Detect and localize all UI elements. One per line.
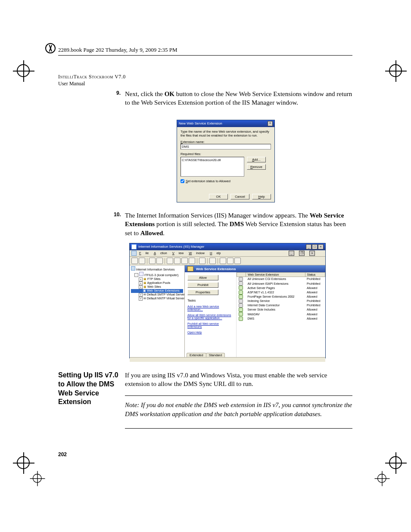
ok-button[interactable]: OK — [209, 194, 228, 199]
menu-bar[interactable]: File Action View Window Help _❐× — [130, 250, 325, 257]
note-rule-bottom — [125, 428, 352, 429]
table-row[interactable]: Server Side IncludesAllowed — [237, 308, 325, 312]
tab-extended[interactable]: Extended — [187, 353, 206, 357]
pause-icon[interactable] — [234, 258, 241, 264]
book-header-text: 2289.book Page 202 Thursday, July 9, 200… — [58, 47, 177, 53]
refresh-icon[interactable] — [181, 258, 188, 264]
properties-button[interactable]: Properties — [187, 289, 218, 295]
toolbar[interactable] — [130, 257, 325, 265]
toolbar-separator — [218, 258, 218, 264]
cell-status: Prohibited — [305, 303, 325, 308]
help-button[interactable]: Help — [252, 194, 271, 199]
set-status-checkbox-input[interactable] — [181, 179, 184, 183]
cell-extension-name: FrontPage Server Extensions 2002 — [246, 295, 305, 299]
close-icon[interactable]: × — [268, 121, 273, 126]
minimize-icon[interactable]: _ — [306, 244, 311, 249]
table-row[interactable]: Active Server PagesAllowed — [237, 286, 325, 290]
export-icon[interactable] — [189, 258, 195, 264]
step-9-number: 9. — [116, 90, 121, 96]
status-icon — [239, 303, 243, 308]
menu-help[interactable]: Help — [210, 251, 221, 255]
tree-web[interactable]: +▣ Web Sites — [131, 285, 183, 289]
link-add-extension[interactable]: Add a new Web service extension... — [187, 305, 234, 311]
close-icon[interactable]: × — [318, 244, 324, 249]
section-heading: Setting Up IIS v7.0 to Allow the DMS Web… — [58, 371, 118, 407]
cell-extension-name: ASP.NET v1.1.4322 — [246, 290, 305, 294]
extension-name-label: EExtension name:xtension name: — [181, 140, 271, 144]
table-row[interactable]: Indexing ServiceProhibited — [237, 299, 325, 303]
col-icon[interactable] — [237, 273, 246, 277]
maximize-icon[interactable]: □ — [312, 244, 318, 249]
tab-standard[interactable]: Standard — [206, 353, 225, 357]
status-icon — [239, 312, 243, 316]
table-row[interactable]: Internet Data ConnectorProhibited — [237, 303, 325, 308]
table-row[interactable]: All Unknown CGI ExtensionsProhibited — [237, 277, 325, 282]
toolbar-separator — [207, 258, 208, 264]
new-web-service-extension-dialog: New Web Service Extension × Type the nam… — [177, 120, 275, 202]
running-head-subtitle: User Manual — [58, 81, 85, 87]
show-hide-tree-icon[interactable] — [156, 258, 163, 264]
add-button[interactable]: Add... — [247, 157, 266, 162]
forward-icon[interactable] — [139, 258, 145, 264]
tree-app[interactable]: +▣ Application Pools — [131, 281, 183, 285]
table-row[interactable]: WebDAVAllowed — [237, 312, 325, 316]
dialog-titlebar[interactable]: New Web Service Extension × — [177, 120, 274, 127]
link-prohibit-all[interactable]: Prohibit all Web service extensions — [187, 322, 234, 328]
iis-titlebar[interactable]: Internet Information Services (IIS) Mana… — [130, 243, 325, 250]
mdi-minimize-icon[interactable]: _ — [289, 251, 294, 256]
cell-status: Allowed — [305, 316, 325, 320]
allow-button[interactable]: Allow — [187, 275, 218, 280]
cell-extension-name: All Unknown CGI Extensions — [246, 277, 305, 282]
status-icon — [239, 295, 243, 299]
required-file-entry[interactable]: C:\ITASSET\tbscecon20.dll — [182, 158, 243, 162]
help-icon[interactable] — [199, 258, 206, 264]
note-text: Note: If you do not enable the DMS web e… — [125, 401, 352, 419]
menu-file[interactable]: File — [139, 251, 149, 255]
iis-icon[interactable] — [209, 258, 216, 264]
link-allow-all[interactable]: Allow all Web service extensions for a s… — [187, 314, 234, 320]
required-files-label: Required files: — [181, 152, 271, 156]
tree-wse[interactable]: ▣ Web Service Extensions — [131, 289, 183, 293]
set-status-checkbox[interactable]: Set extension status to Allowed — [181, 179, 271, 183]
cell-status: Allowed — [305, 308, 325, 312]
extension-name-input[interactable] — [181, 144, 271, 149]
up-icon[interactable] — [149, 258, 156, 264]
tree-root[interactable]: Internet Information Services — [131, 266, 183, 272]
header-rule — [58, 55, 352, 56]
back-icon[interactable] — [131, 258, 138, 264]
link-open-help[interactable]: Open Help — [187, 331, 234, 334]
properties-icon[interactable] — [174, 258, 181, 264]
status-bar — [130, 357, 325, 362]
view-tabs[interactable]: ExtendedStandard — [185, 353, 226, 357]
menu-window[interactable]: Window — [189, 251, 205, 255]
cancel-button[interactable]: Cancel — [230, 194, 249, 199]
cell-status: Prohibited — [305, 299, 325, 303]
tree-computer[interactable]: -ITFILE-3 (local computer) — [131, 272, 183, 277]
stop-icon[interactable] — [227, 258, 234, 264]
delete-icon[interactable] — [167, 258, 173, 264]
extensions-table[interactable]: Web Service Extension Status All Unknown… — [237, 272, 325, 357]
table-row[interactable]: All Unknown ISAPI ExtensionsProhibited — [237, 281, 325, 286]
cell-extension-name: All Unknown ISAPI Extensions — [246, 281, 305, 286]
play-icon[interactable] — [220, 258, 226, 264]
menu-view[interactable]: View — [172, 251, 184, 255]
tree-ftp[interactable]: +▣ FTP Sites — [131, 277, 183, 281]
tree-pane[interactable]: Internet Information Services -ITFILE-3 … — [130, 265, 185, 357]
status-icon — [239, 286, 243, 290]
book-header-icon — [45, 43, 56, 53]
registration-mark-icon — [385, 60, 407, 82]
menu-action[interactable]: Action — [154, 251, 167, 255]
col-web-service-extension[interactable]: Web Service Extension — [246, 273, 305, 277]
mdi-restore-icon[interactable]: ❐ — [299, 251, 305, 256]
col-status[interactable]: Status — [305, 273, 325, 277]
folder-icon — [187, 266, 193, 271]
prohibit-button[interactable]: Prohibit — [187, 282, 218, 288]
table-row[interactable]: ASP.NET v1.1.4322Allowed — [237, 290, 325, 294]
tree-smtp[interactable]: +✉ Default SMTP Virtual Server — [131, 293, 183, 297]
remove-button[interactable]: Remove — [247, 164, 266, 170]
mdi-close-icon[interactable]: × — [309, 251, 315, 256]
required-files-list[interactable]: C:\ITASSET\tbscecon20.dll — [181, 157, 244, 177]
tree-nntp[interactable]: +✉ Default NNTP Virtual Server — [131, 297, 183, 301]
table-row[interactable]: DMSAllowed — [237, 316, 325, 320]
table-row[interactable]: FrontPage Server Extensions 2002Allowed — [237, 295, 325, 299]
